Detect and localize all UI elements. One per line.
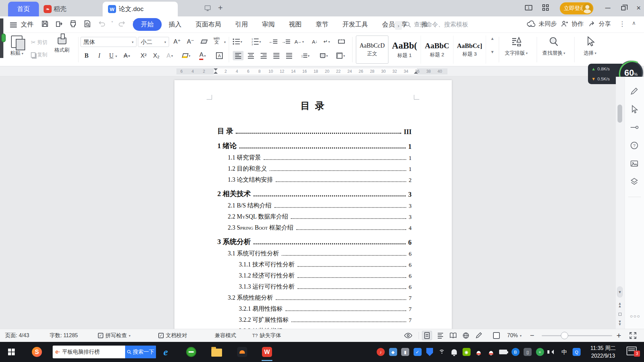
ie-browser-icon[interactable]: e [160,346,172,358]
collapse-ribbon-icon[interactable]: ∧ [632,20,636,26]
increase-font-icon[interactable]: A⁺ [172,37,182,46]
word-count[interactable]: 字数: 11285 [50,329,78,342]
highlight-pen-button[interactable]: ▾ [181,51,192,60]
edit-pen-icon[interactable] [630,87,639,96]
toc-entry[interactable]: 1.1 研究背景1 [217,150,412,162]
font-size-select[interactable]: 小二▾ [138,37,169,47]
file-menu[interactable]: 文件 [21,20,34,29]
cut-button[interactable]: ✂剪切 [31,39,47,46]
toc-entry[interactable]: 1.3 论文结构安排2 [217,173,412,184]
help-icon[interactable]: ? [630,141,639,150]
minimize-button[interactable]: ─ [602,2,613,14]
video-app-icon[interactable] [236,346,248,358]
toc-title[interactable]: 目 录 [174,100,452,112]
superscript-button[interactable]: X² [138,51,149,60]
clock[interactable]: 11:35 周二 2022/9/13 [586,344,621,360]
paste-button[interactable]: 粘贴 ▾ [8,36,25,56]
qq-icon[interactable] [474,348,483,356]
ime-indicator[interactable]: 中 [560,348,569,356]
decrease-font-icon[interactable]: A⁻ [185,37,196,46]
shading-button[interactable]: ▾ [319,51,329,60]
qq-pinyin-icon[interactable]: Q [572,348,581,356]
ocr-image-icon[interactable] [630,159,639,169]
toc-entry[interactable]: 2.2 MySQL 数据库介绍3 [217,209,412,221]
style-标题 2[interactable]: AaBbC标题 2 [421,36,453,64]
toc-entry[interactable]: 3.2.2 可扩展性指标7 [217,313,412,324]
previous-page-button[interactable]: ▲▲ [616,301,623,309]
zoom-slider-track[interactable] [542,335,612,336]
ribbon-tab-引用[interactable]: 引用 [228,18,255,31]
styles-down-icon[interactable]: ▼ [490,50,494,54]
ribbon-tab-视图[interactable]: 视图 [282,18,309,31]
toc-entry[interactable]: 2.3 Spring Boot 框架介绍4 [217,221,412,232]
floating-widget[interactable] [1,34,6,42]
print-preview-icon[interactable] [83,20,92,28]
style-标题 3[interactable]: AaBbCc]标题 3 [453,36,486,64]
fit-page-button[interactable] [493,329,500,342]
volume-icon[interactable] [548,348,556,356]
apps-grid-icon[interactable] [542,4,549,11]
notification-bell-icon[interactable] [450,348,459,356]
tab-ruler-icon[interactable] [336,37,347,46]
toc-entry[interactable]: 3.2.1 易用性指标7 [217,302,412,313]
ribbon-tab-章节[interactable]: 章节 [309,18,335,31]
vertical-scrollbar[interactable]: ▼ ▲▲ ▼▼ [616,77,625,329]
music-tray-icon[interactable]: ♪ [376,348,385,356]
view-read-mode[interactable] [448,329,458,342]
spell-check-toggle[interactable]: ✓ 拼写检查▾ [98,329,130,342]
align-right-button[interactable] [258,51,269,60]
bluetooth-icon[interactable]: B [511,348,520,356]
more-options-icon[interactable]: ⋮ [619,20,626,28]
command-search[interactable]: 查找命令、搜索模板 [405,20,468,28]
copy-button[interactable]: 复制 [31,52,47,58]
more-tabs-chevron[interactable]: › [395,21,402,30]
redo-icon[interactable] [118,20,127,28]
hanging-indent-marker[interactable] [214,71,218,74]
view-page-mode[interactable] [422,329,432,342]
save-icon[interactable] [41,20,50,28]
toc-entry[interactable]: 3.1.3 运行可行性分析6 [217,280,412,291]
float-window-icon[interactable] [205,5,211,10]
style-标题 1[interactable]: AaBb(标题 1 [388,36,421,64]
antivirus-icon[interactable]: + [536,348,544,356]
numbered-list-icon[interactable]: 123▾ [251,37,262,46]
increase-indent-icon[interactable]: → [280,37,291,46]
strikethrough-button[interactable]: A▾ [121,51,132,60]
text-layout-tool[interactable]: 文字排版▾ [501,36,531,56]
scrollbar-thumb[interactable] [618,105,622,123]
ribbon-tab-开始[interactable]: 开始 [133,18,162,31]
char-spacing-icon[interactable]: A↔▾ [294,37,305,46]
char-border-button[interactable]: A [214,51,225,60]
qq2-icon[interactable] [487,348,495,356]
hamburger-icon[interactable] [10,22,17,23]
proofread-toggle[interactable]: ✓ 文档校对 [158,329,187,342]
subscript-button[interactable]: X₂ [151,51,162,60]
ribbon-tab-插入[interactable]: 插入 [162,18,189,31]
toc-entry[interactable]: 3.1 系统可行性分析6 [217,246,412,257]
select-tool[interactable]: 选择▾ [575,36,605,56]
battery-icon[interactable] [499,348,507,356]
print-icon[interactable] [69,20,78,28]
usb-tray-icon[interactable]: ▮ [401,348,410,356]
horizontal-ruler[interactable]: 642246810121416182022242628303234363840 [0,66,644,76]
pinyin-guide-icon[interactable]: wén文 [211,36,222,45]
right-indent-marker[interactable] [414,71,418,74]
font-color-button[interactable]: A▾ [197,51,208,60]
first-line-indent-marker[interactable] [214,68,218,71]
extract-tool-icon[interactable] [630,177,639,187]
file-explorer-icon[interactable] [211,346,223,358]
find-replace-tool[interactable]: 查找替换▾ [539,36,569,56]
restore-button[interactable] [618,2,629,14]
ribbon-tab-审阅[interactable]: 审阅 [255,18,282,31]
eye-protect-toggle[interactable] [404,329,413,342]
undo-icon[interactable] [97,20,106,28]
wifi-icon[interactable] [438,348,446,356]
scroll-down-button[interactable]: ▼ [617,286,623,298]
next-page-button[interactable]: ▼▼ [616,319,623,327]
split-view-icon[interactable]: 1 [525,5,532,10]
align-distribute-button[interactable] [284,51,294,60]
toc-entry[interactable]: 3.2 系统性能分析7 [217,291,412,302]
collab-button[interactable]: 协作 [561,20,584,28]
zoom-level[interactable]: 70%▾ [507,329,522,342]
usb-device-icon[interactable]: ▯ [523,348,532,356]
